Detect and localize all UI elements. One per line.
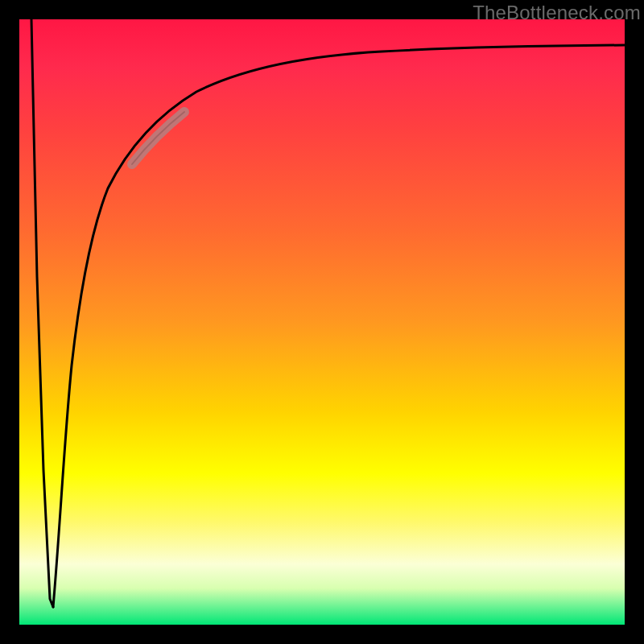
chart-svg	[19, 19, 625, 625]
curve-main	[53, 45, 625, 607]
watermark-text: TheBottleneck.com	[473, 2, 641, 24]
chart-plot-area	[19, 19, 625, 625]
curve-left-dip	[31, 19, 53, 607]
